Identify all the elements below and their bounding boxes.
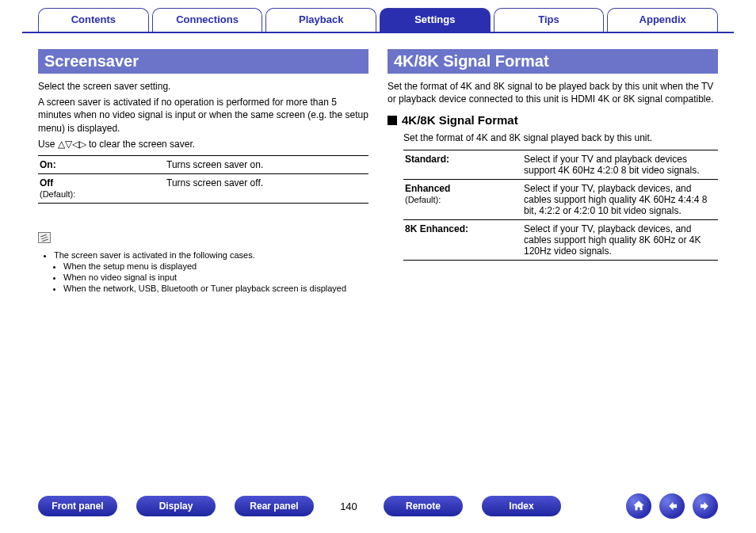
- list-item: The screen saver is activated in the fol…: [54, 250, 368, 260]
- opt-on-desc: Turns screen saver on.: [165, 155, 368, 173]
- subhead-text: 4K/8K Signal Format: [402, 113, 518, 127]
- opt-off-label: Off: [40, 177, 53, 188]
- opt-enhanced-label: Enhanced: [405, 183, 450, 194]
- home-button[interactable]: [626, 493, 651, 519]
- option-label: Standard:: [403, 150, 522, 179]
- option-label: 8K Enhanced:: [403, 219, 522, 260]
- left-column: Screensaver Select the screen saver sett…: [38, 49, 368, 295]
- index-button[interactable]: Index: [482, 496, 561, 516]
- screensaver-p1: Select the screen saver setting.: [38, 80, 368, 93]
- display-button[interactable]: Display: [136, 496, 216, 516]
- 4k8k-p1: Set the format of 4K and 8K signal to be…: [388, 80, 718, 105]
- option-label: On:: [38, 155, 165, 173]
- front-panel-button[interactable]: Front panel: [38, 496, 117, 516]
- home-icon: [632, 499, 646, 513]
- p3-post: to clear the screen saver.: [86, 139, 195, 150]
- square-bullet-icon: [388, 116, 397, 125]
- arrow-icons: △▽◁▷: [58, 139, 86, 150]
- opt-standard-label: Standard:: [405, 154, 449, 165]
- 4k8k-p2: Set the format of 4K and 8K signal playe…: [403, 131, 718, 144]
- opt-off-desc: Turns screen saver off.: [165, 173, 368, 203]
- table-row: Off (Default): Turns screen saver off.: [38, 173, 368, 203]
- opt-enhanced-sub: (Default):: [405, 195, 441, 204]
- footer-bar: Front panel Display Rear panel 140 Remot…: [0, 493, 756, 519]
- rear-panel-button[interactable]: Rear panel: [235, 496, 314, 516]
- tab-contents[interactable]: Contents: [38, 8, 149, 32]
- tab-playback[interactable]: Playback: [265, 8, 376, 32]
- 4k8k-options-table: Standard: Select if your TV and playback…: [403, 150, 718, 261]
- note-pencil-icon: [38, 232, 51, 243]
- table-row: Enhanced (Default): Select if your TV, p…: [403, 179, 718, 219]
- list-item: When the setup menu is displayed: [63, 261, 368, 271]
- opt-8kenh-label: 8K Enhanced:: [405, 223, 468, 234]
- opt-off-sub: (Default):: [40, 189, 75, 199]
- next-page-button[interactable]: [693, 493, 718, 519]
- opt-enhanced-desc: Select if your TV, playback devices, and…: [522, 179, 718, 219]
- top-tabs: Contents Connections Playback Settings T…: [0, 0, 756, 32]
- subheading-4k8k: 4K/8K Signal Format: [388, 113, 718, 127]
- arrow-right-icon: [698, 499, 712, 513]
- list-item: When no video signal is input: [63, 272, 368, 282]
- tab-tips[interactable]: Tips: [494, 8, 605, 32]
- note-list: The screen saver is activated in the fol…: [38, 250, 368, 293]
- opt-on-label: On:: [40, 159, 56, 170]
- tab-connections[interactable]: Connections: [152, 8, 263, 32]
- screensaver-p3: Use △▽◁▷ to clear the screen saver.: [38, 138, 368, 150]
- right-column: 4K/8K Signal Format Set the format of 4K…: [388, 49, 718, 295]
- table-row: 8K Enhanced: Select if your TV, playback…: [403, 219, 718, 260]
- screensaver-p2: A screen saver is activated if no operat…: [38, 96, 368, 135]
- opt-8kenh-desc: Select if your TV, playback devices, and…: [522, 219, 718, 260]
- remote-button[interactable]: Remote: [384, 496, 463, 516]
- screensaver-options-table: On: Turns screen saver on. Off (Default)…: [38, 155, 368, 204]
- option-label: Off (Default):: [38, 173, 165, 203]
- tab-appendix[interactable]: Appendix: [607, 8, 718, 32]
- arrow-left-icon: [665, 499, 679, 513]
- option-label: Enhanced (Default):: [403, 179, 522, 219]
- tab-settings[interactable]: Settings: [380, 8, 491, 32]
- section-title-screensaver: Screensaver: [38, 49, 368, 74]
- prev-page-button[interactable]: [659, 493, 685, 519]
- opt-standard-desc: Select if your TV and playback devices s…: [522, 150, 718, 179]
- p3-pre: Use: [38, 139, 58, 150]
- list-item: When the network, USB, Bluetooth or Tune…: [63, 284, 368, 293]
- page-number: 140: [333, 501, 365, 512]
- table-row: Standard: Select if your TV and playback…: [403, 150, 718, 179]
- table-row: On: Turns screen saver on.: [38, 155, 368, 173]
- section-title-4k8k: 4K/8K Signal Format: [388, 49, 718, 74]
